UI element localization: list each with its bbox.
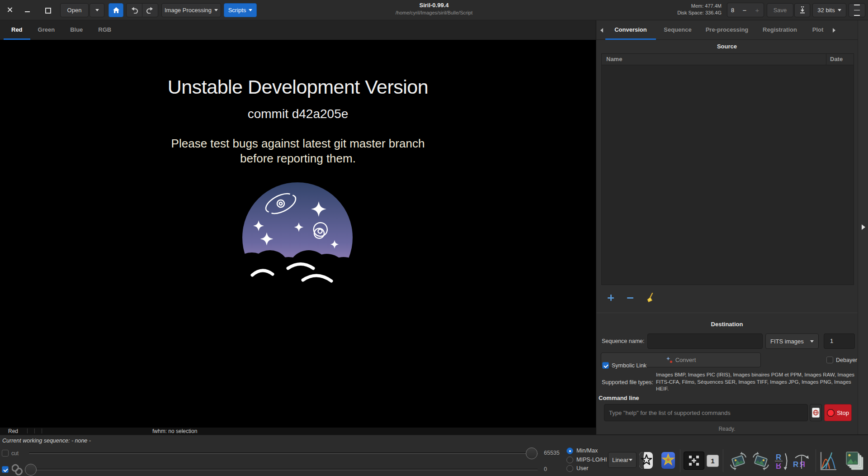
maximize-icon[interactable] [43,6,52,14]
zoom-100-button[interactable]: 1 [707,455,719,467]
histogram-icon [819,451,837,471]
tab-blue[interactable]: Blue [62,20,90,40]
tab-plot-label: Plot [812,26,824,33]
save-button[interactable]: Save [767,3,793,17]
toolbar-separator [816,449,816,472]
titlebar: Open Imag [0,0,868,20]
tab-conversion[interactable]: Conversion [605,20,656,40]
flip-vertical-button[interactable]: R R [773,452,791,471]
panel-scrollbar[interactable] [858,20,868,434]
open-button-label: Open [67,7,82,14]
column-date[interactable]: Date [826,54,854,65]
zoom-in-button[interactable]: + [751,6,764,14]
rotate-right-icon [751,451,771,471]
hi-slider-handle[interactable] [526,447,538,459]
output-format-dropdown[interactable]: FITS images [765,333,819,349]
command-reference-icon [812,408,820,418]
negative-view-button[interactable] [638,451,654,470]
home-button[interactable] [108,3,123,17]
symbolic-link-label: Symbolic Link [612,362,646,369]
redo-icon [146,7,154,14]
svg-text:R: R [776,462,781,470]
tab-pre-processing[interactable]: Pre-processing [699,20,755,40]
tab-plot[interactable]: Plot [805,20,830,40]
command-reference-button[interactable] [810,404,822,421]
working-sequence-label: Current working sequence: [2,438,70,444]
lo-slider-track[interactable] [29,469,538,470]
image-processing-button[interactable]: Image Processing [161,3,221,17]
image-list-button[interactable] [846,452,864,471]
grip-divider [34,428,35,433]
symbolic-link-checkbox[interactable] [602,362,609,369]
tab-conversion-label: Conversion [614,26,647,33]
output-format-value: FITS images [770,338,804,345]
stop-icon [827,409,835,417]
undo-button[interactable] [127,4,142,17]
lo-slider-handle[interactable] [25,464,37,476]
memory-usage: Mem: 477.4M [633,3,722,10]
stretch-mode-dropdown[interactable]: Linear [608,452,637,468]
menu-button[interactable] [849,3,865,17]
disk-space: Disk Space: 336.4G [633,10,722,16]
start-index-spinner[interactable]: 1 [824,333,855,349]
close-icon[interactable] [6,6,14,14]
rotate-left-button[interactable] [728,451,748,471]
stop-button[interactable]: Stop [824,404,852,421]
hamburger-icon-bar [854,15,860,16]
stop-label: Stop [837,409,849,416]
tabs-scroll-left-button[interactable] [598,28,605,33]
image-canvas[interactable]: Unstable Development Version commit d42a… [0,40,596,428]
scripts-button[interactable]: Scripts [224,3,257,17]
chevron-left-icon [600,28,603,33]
tab-sequence[interactable]: Sequence [656,20,699,40]
flip-vertical-icon: R R [773,452,791,471]
open-recent-button[interactable] [90,3,104,17]
mips-lohi-label: MIPS-LO/HI [576,457,607,463]
source-file-list[interactable]: Name Date [601,53,854,285]
siril-window: Open Imag [0,0,868,476]
user-radio[interactable] [566,465,573,472]
minmax-radio[interactable] [566,447,573,454]
cut-checkbox[interactable] [2,450,9,457]
open-button[interactable]: Open [60,3,89,17]
dev-warning-message: Please test bugs against latest git mast… [0,136,596,166]
command-line-input[interactable] [604,404,808,421]
rotate-right-button[interactable] [751,451,771,471]
column-name[interactable]: Name [602,54,826,65]
image-processing-label: Image Processing [165,7,212,14]
mips-lohi-radio[interactable] [566,457,573,463]
tab-rgb[interactable]: RGB [90,20,119,40]
remove-files-button[interactable] [624,292,637,304]
zoom-out-button[interactable]: − [738,6,751,14]
hi-slider-track[interactable] [29,452,538,454]
tab-green[interactable]: Green [30,20,63,40]
tab-green-label: Green [38,26,55,33]
clear-list-button[interactable] [644,292,656,304]
save-as-button[interactable] [794,3,810,17]
sequence-name-input[interactable] [647,333,763,349]
tabs-scroll-right-button[interactable] [830,28,838,33]
image-status-bar: Red fwhm: no selection [0,428,596,435]
zoom-100-label: 1 [711,457,714,465]
stretch-mode-value: Linear [612,457,628,463]
expand-panel-arrow-icon[interactable] [862,224,865,230]
undo-icon [131,7,138,14]
working-sequence-value: - none - [71,438,91,444]
flip-horizontal-button[interactable]: R R [792,452,811,471]
image-stack-icon [846,452,864,471]
debayer-checkbox[interactable] [826,357,833,363]
minimize-icon[interactable] [24,6,32,14]
convert-icon [666,357,673,363]
tab-red[interactable]: Red [4,20,30,40]
tab-sequence-label: Sequence [664,26,691,33]
fit-to-window-button[interactable] [684,452,704,470]
false-color-button[interactable] [660,451,676,470]
tab-registration[interactable]: Registration [755,20,805,40]
bit-depth-dropdown[interactable]: 32 bits [812,3,846,17]
redo-button[interactable] [142,4,158,17]
chevron-down-icon [810,340,814,343]
histogram-button[interactable] [819,451,837,471]
link-sliders-checkbox[interactable] [2,466,9,473]
add-files-button[interactable] [604,292,617,304]
source-section-title: Source [596,43,858,50]
